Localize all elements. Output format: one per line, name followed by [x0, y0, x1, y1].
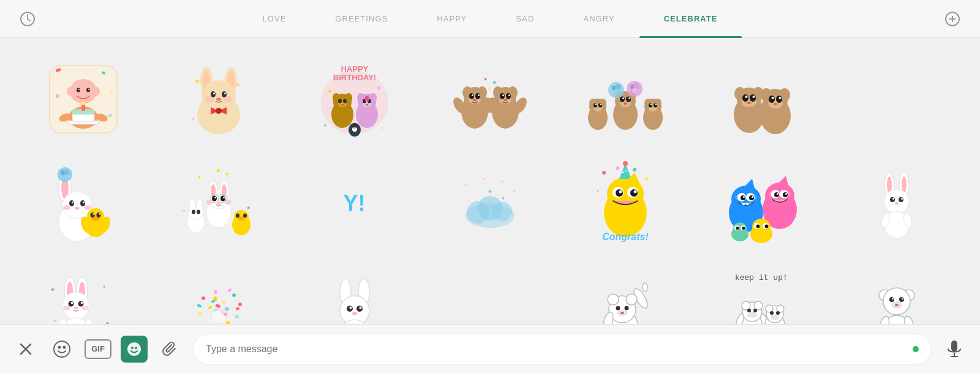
- sticker-white-bunny-small[interactable]: [832, 154, 962, 252]
- svg-point-213: [464, 184, 467, 186]
- svg-point-238: [634, 190, 637, 194]
- svg-point-11: [70, 79, 97, 104]
- svg-point-71: [355, 125, 357, 128]
- svg-point-334: [359, 307, 361, 309]
- svg-point-199: [217, 202, 221, 205]
- svg-point-354: [748, 312, 756, 317]
- y-text-label: Y!: [344, 190, 366, 216]
- svg-text:✦: ✦: [53, 318, 58, 324]
- gif-label: GIF: [91, 344, 105, 353]
- svg-rect-322: [236, 307, 240, 311]
- sticker-bunny-bow[interactable]: ✦ ✦ ✦: [154, 50, 283, 148]
- svg-point-14: [77, 88, 80, 92]
- svg-rect-228: [616, 166, 620, 170]
- svg-point-247: [749, 195, 754, 200]
- sticker-birthday-man[interactable]: [18, 50, 148, 148]
- tab-love[interactable]: LOVE: [238, 0, 311, 38]
- sticker-empty-1[interactable]: [832, 50, 962, 148]
- svg-point-10: [109, 91, 113, 95]
- tab-angry[interactable]: ANGRY: [559, 0, 639, 38]
- sticker-simple-bunny[interactable]: [290, 258, 419, 324]
- svg-text:✦: ✦: [194, 77, 200, 86]
- svg-point-37: [216, 108, 222, 114]
- tab-sad[interactable]: SAD: [492, 0, 559, 38]
- svg-point-372: [895, 304, 899, 306]
- svg-point-81: [478, 94, 480, 96]
- emoji-button[interactable]: [48, 336, 75, 363]
- svg-point-369: [892, 298, 894, 300]
- svg-point-80: [472, 94, 473, 96]
- svg-point-118: [600, 104, 601, 105]
- sticker-confetti[interactable]: ★ ★: [154, 258, 283, 324]
- sticker-keepitup-bear[interactable]: keep it up!: [696, 258, 826, 324]
- tab-greetings[interactable]: GREETINGS: [311, 0, 412, 38]
- svg-point-32: [211, 91, 216, 97]
- svg-rect-250: [742, 203, 745, 205]
- attach-button[interactable]: [157, 336, 184, 363]
- svg-point-296: [68, 301, 74, 307]
- recent-button[interactable]: [12, 4, 43, 34]
- svg-text:●: ●: [484, 76, 487, 82]
- gif-button[interactable]: GIF: [85, 339, 111, 359]
- sticker-grid-area: ✦ ✦ ✦ HAPPY BIRTHDAY!: [0, 38, 980, 324]
- svg-point-70: [352, 125, 355, 128]
- svg-point-33: [222, 91, 227, 97]
- svg-point-142: [750, 94, 756, 102]
- svg-point-31: [202, 80, 236, 112]
- sticker-empty-2[interactable]: [425, 258, 554, 324]
- svg-point-117: [595, 104, 597, 105]
- svg-point-210: [238, 217, 244, 221]
- tab-happy[interactable]: HAPPY: [412, 0, 491, 38]
- svg-point-295: [62, 292, 89, 319]
- close-button[interactable]: [12, 336, 39, 363]
- microphone-button[interactable]: [941, 336, 968, 363]
- svg-point-52: [343, 99, 347, 104]
- svg-point-224: [602, 171, 606, 175]
- svg-point-92: [502, 94, 504, 96]
- svg-text:✦: ✦: [191, 116, 195, 122]
- sticker-sparkle-bunny[interactable]: ✦ ✦ ✦ ✦: [18, 258, 148, 324]
- sticker-happy-birthday[interactable]: HAPPY BIRTHDAY!: [290, 50, 419, 148]
- svg-point-16: [78, 89, 80, 90]
- sticker-small-bear-last[interactable]: [832, 258, 962, 324]
- sticker-baby-sharks[interactable]: [696, 154, 826, 252]
- sticker-bunny-group[interactable]: ★ ★ ✦: [154, 154, 283, 252]
- tab-celebrate[interactable]: CELEBRATE: [639, 0, 742, 38]
- svg-text:▲: ▲: [487, 86, 492, 91]
- svg-point-382: [131, 347, 134, 349]
- add-sticker-button[interactable]: [937, 4, 968, 34]
- svg-point-273: [742, 227, 745, 230]
- svg-point-267: [764, 225, 768, 228]
- svg-point-333: [349, 307, 352, 309]
- svg-point-193: [212, 196, 217, 202]
- svg-point-352: [747, 309, 751, 312]
- svg-point-380: [64, 346, 66, 348]
- sticker-two-bears-right[interactable]: [696, 50, 826, 148]
- sticker-cloud[interactable]: ✦ ✦ ✦: [425, 154, 554, 252]
- svg-point-342: [626, 294, 637, 305]
- svg-point-82: [473, 99, 477, 101]
- svg-rect-384: [951, 341, 957, 352]
- svg-point-216: [513, 190, 516, 192]
- svg-point-127: [655, 104, 657, 105]
- svg-point-379: [59, 346, 61, 348]
- sticker-bear-up[interactable]: [561, 258, 690, 324]
- svg-point-105: [620, 97, 625, 102]
- message-input[interactable]: [206, 344, 913, 355]
- sticker-y-celebrate[interactable]: Y!: [290, 154, 419, 252]
- svg-text:■: ■: [493, 80, 496, 85]
- sticker-congrats-shark[interactable]: Congrats!: [561, 154, 690, 252]
- svg-point-204: [192, 210, 195, 214]
- sticker-pompom-bears[interactable]: [561, 50, 690, 148]
- svg-point-168: [83, 202, 85, 203]
- sticker-button[interactable]: [121, 336, 148, 363]
- svg-point-350: [742, 301, 750, 310]
- sticker-bunny-chick[interactable]: [18, 154, 148, 252]
- svg-point-25: [81, 100, 85, 105]
- svg-point-227: [597, 190, 599, 192]
- sticker-pink-bears[interactable]: ● ■ ▲: [425, 50, 554, 148]
- svg-point-302: [74, 307, 78, 310]
- message-input-container[interactable]: [193, 334, 932, 364]
- svg-text:★: ★: [327, 88, 333, 94]
- svg-point-327: [211, 309, 226, 324]
